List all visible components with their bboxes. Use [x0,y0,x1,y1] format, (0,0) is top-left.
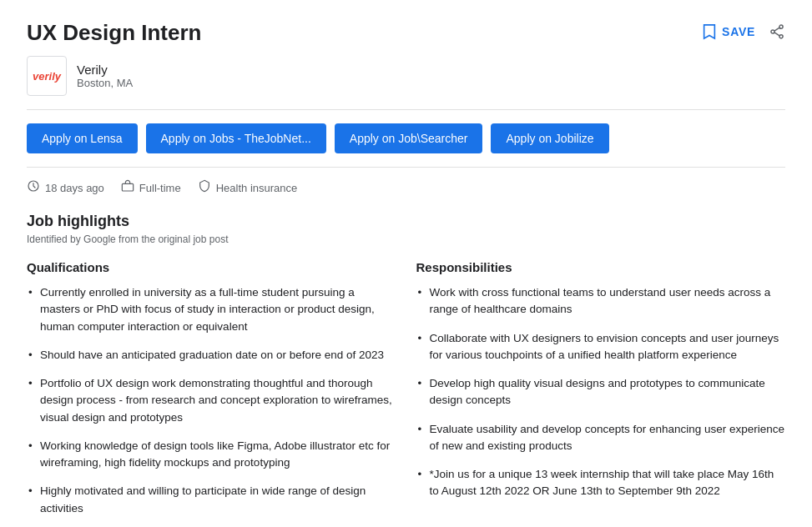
job-highlights-section: Job highlights Identified by Google from… [27,213,785,527]
job-highlights-title: Job highlights [27,213,785,230]
qualifications-list: Currently enrolled in university as a fu… [27,284,396,517]
list-item: Work with cross functional teams to unde… [416,284,786,319]
share-button[interactable] [769,23,785,40]
apply-buttons-row: Apply on Lensa Apply on Jobs - TheJobNet… [27,123,785,153]
company-row: verily Verily Boston, MA [27,56,785,96]
company-logo: verily [27,56,67,96]
save-button[interactable]: SAVE [702,23,755,40]
list-item: Working knowledge of design tools like F… [27,438,396,472]
list-item: Evaluate usability and develop concepts … [416,421,786,455]
company-location: Boston, MA [77,77,133,89]
responsibilities-column: Responsibilities Work with cross functio… [416,260,786,527]
save-label: SAVE [722,25,755,38]
list-item: *Join us for a unique 13 week internship… [416,466,786,500]
share-icon [769,23,785,40]
responsibilities-list: Work with cross functional teams to unde… [416,284,786,500]
responsibilities-heading: Responsibilities [416,260,786,274]
svg-point-1 [771,30,774,33]
highlights-grid: Qualifications Currently enrolled in uni… [27,260,785,527]
posted-time: 18 days ago [45,182,104,194]
apply-jobsearcher-button[interactable]: Apply on Job\Searcher [335,123,483,153]
clock-icon [27,179,40,196]
meta-row: 18 days ago Full-time Health insurance [27,179,785,196]
divider-1 [27,109,785,110]
benefit-text: Health insurance [216,182,298,194]
svg-line-3 [774,28,779,31]
divider-2 [27,167,785,168]
shield-icon [198,179,211,196]
job-type: Full-time [139,182,181,194]
list-item: Portfolio of UX design work demonstratin… [27,375,396,426]
svg-rect-6 [122,183,133,191]
apply-thejobnet-button[interactable]: Apply on Jobs - TheJobNet... [146,123,326,153]
job-title: UX Design Intern [27,20,201,46]
company-info: Verily Boston, MA [77,63,133,89]
header-actions: SAVE [702,23,785,40]
meta-benefit: Health insurance [198,179,298,196]
job-highlights-subtitle: Identified by Google from the original j… [27,233,785,245]
qualifications-heading: Qualifications [27,260,396,274]
qualifications-column: Qualifications Currently enrolled in uni… [27,260,396,527]
briefcase-icon [121,179,134,196]
header-row: UX Design Intern SAVE [27,20,785,46]
list-item: Should have an anticipated graduation da… [27,347,396,364]
svg-point-0 [779,25,783,28]
company-logo-text: verily [33,70,61,83]
meta-type: Full-time [121,179,181,196]
svg-line-4 [774,33,779,36]
list-item: Collaborate with UX designers to envisio… [416,330,786,364]
bookmark-icon [702,23,717,40]
apply-jobilize-button[interactable]: Apply on Jobilize [491,123,608,153]
apply-lensa-button[interactable]: Apply on Lensa [27,123,138,153]
list-item: Currently enrolled in university as a fu… [27,284,396,335]
company-name: Verily [77,63,133,77]
list-item: Highly motivated and willing to particip… [27,483,396,517]
list-item: Develop high quality visual designs and … [416,375,786,409]
svg-point-2 [779,35,783,38]
meta-posted: 18 days ago [27,179,104,196]
